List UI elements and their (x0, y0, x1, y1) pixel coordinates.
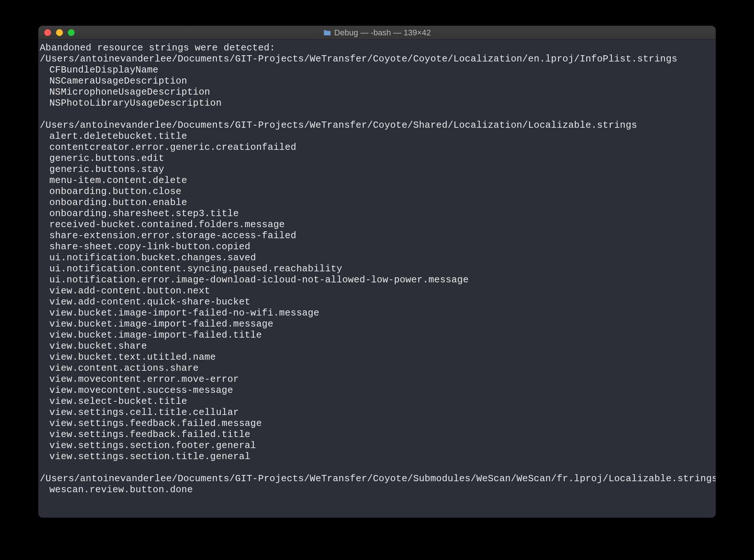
titlebar[interactable]: Debug — -bash — 139×42 (38, 26, 716, 40)
blank-line (40, 462, 714, 473)
output-line: received-bucket.contained.folders.messag… (40, 219, 714, 230)
output-line: onboarding.button.close (40, 186, 714, 197)
output-line: ui.notification.bucket.changes.saved (40, 253, 714, 264)
blank-line (40, 109, 714, 120)
output-line: NSMicrophoneUsageDescription (40, 87, 714, 98)
output-line: view.settings.feedback.failed.title (40, 429, 714, 440)
window-title-text: Debug — -bash — 139×42 (334, 28, 431, 38)
output-line: ui.notification.content.syncing.paused.r… (40, 264, 714, 275)
output-line: view.movecontent.error.move-error (40, 374, 714, 385)
close-button[interactable] (44, 29, 51, 36)
output-line: /Users/antoinevanderlee/Documents/GIT-Pr… (40, 473, 714, 485)
output-line: share-extension.error.storage-access-fai… (40, 230, 714, 242)
output-line: /Users/antoinevanderlee/Documents/GIT-Pr… (40, 54, 714, 65)
output-line: alert.deletebucket.title (40, 131, 714, 142)
minimize-button[interactable] (56, 29, 63, 36)
folder-icon (323, 29, 331, 36)
maximize-button[interactable] (68, 29, 75, 36)
output-line: view.select-bucket.title (40, 396, 714, 407)
output-line: NSCameraUsageDescription (40, 76, 714, 87)
output-line: generic.buttons.stay (40, 164, 714, 175)
output-line: contentcreator.error.generic.creationfai… (40, 142, 714, 153)
terminal-window: Debug — -bash — 139×42 Abandoned resourc… (38, 26, 716, 518)
output-line: Abandoned resource strings were detected… (40, 43, 714, 54)
output-line: view.settings.section.title.general (40, 451, 714, 462)
output-line: onboarding.sharesheet.step3.title (40, 208, 714, 219)
output-line: CFBundleDisplayName (40, 65, 714, 76)
output-line: view.bucket.text.utitled.name (40, 352, 714, 363)
output-line: view.bucket.image-import-failed.message (40, 319, 714, 330)
output-line: NSPhotoLibraryUsageDescription (40, 98, 714, 109)
output-line: /Users/antoinevanderlee/Documents/GIT-Pr… (40, 120, 714, 131)
output-line: wescan.review.button.done (40, 485, 714, 496)
terminal-output[interactable]: Abandoned resource strings were detected… (38, 40, 716, 518)
output-line: share-sheet.copy-link-button.copied (40, 242, 714, 253)
output-line: view.movecontent.success-message (40, 385, 714, 396)
output-line: onboarding.button.enable (40, 197, 714, 208)
output-line: view.settings.feedback.failed.message (40, 418, 714, 429)
output-line: view.add-content.quick-share-bucket (40, 297, 714, 308)
output-line: view.content.actions.share (40, 363, 714, 374)
output-line: view.bucket.image-import-failed.title (40, 330, 714, 341)
output-line: menu-item.content.delete (40, 175, 714, 186)
output-line: view.bucket.image-import-failed-no-wifi.… (40, 308, 714, 319)
output-line: view.settings.section.footer.general (40, 440, 714, 451)
traffic-lights (44, 29, 75, 36)
output-line: view.bucket.share (40, 341, 714, 352)
output-line: view.add-content.button.next (40, 286, 714, 297)
window-title: Debug — -bash — 139×42 (323, 28, 431, 38)
output-line: ui.notification.error.image-download-icl… (40, 275, 714, 286)
output-line: view.settings.cell.title.cellular (40, 407, 714, 418)
output-line: generic.buttons.edit (40, 153, 714, 164)
